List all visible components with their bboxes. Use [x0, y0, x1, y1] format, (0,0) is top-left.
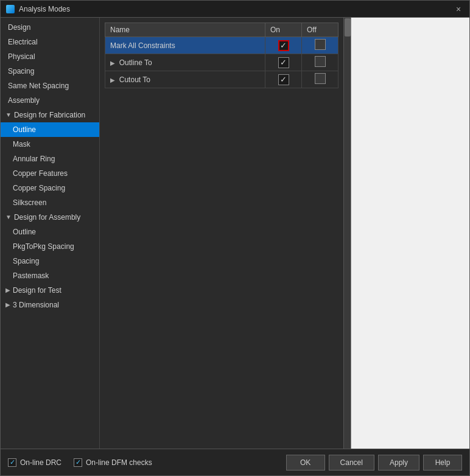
table-container: Name On Off Mark All Constraints✓▶ Outli… — [100, 18, 343, 449]
off-checkbox[interactable] — [315, 39, 326, 50]
sidebar-item-outline2[interactable]: Outline — [1, 225, 99, 239]
online-dfm-checkbox[interactable]: ✓ — [74, 458, 82, 467]
sidebar-item-spacing2[interactable]: Spacing — [1, 254, 99, 268]
sidebar-group-3dimensional[interactable]: ▶3 Dimensional — [1, 298, 99, 312]
table-row: ▶ Outline To✓ — [105, 54, 338, 71]
row-name-cell: Mark All Constraints — [105, 37, 265, 54]
close-button[interactable]: × — [452, 3, 465, 15]
col-header-off: Off — [302, 23, 338, 37]
row-on-cell: ✓ — [265, 54, 302, 71]
content-area: Name On Off Mark All Constraints✓▶ Outli… — [100, 18, 343, 449]
sidebar-item-copper-spacing[interactable]: Copper Spacing — [1, 181, 99, 195]
analysis-table: Name On Off Mark All Constraints✓▶ Outli… — [105, 23, 338, 88]
sidebar-group-design-for-test[interactable]: ▶Design for Test — [1, 283, 99, 298]
sidebar-group-label: Design for Test — [13, 285, 61, 296]
sidebar-item-silkscreen[interactable]: Silkscreen — [1, 195, 99, 210]
sidebar-group-design-for-assembly[interactable]: ▼Design for Assembly — [1, 210, 99, 225]
on-checkbox[interactable]: ✓ — [278, 57, 289, 68]
row-off-cell — [302, 37, 338, 54]
sidebar-item-annular-ring[interactable]: Annular Ring — [1, 152, 99, 166]
col-header-on: On — [265, 23, 302, 37]
row-on-cell: ✓ — [265, 71, 302, 88]
sidebar-item-copper-features[interactable]: Copper Features — [1, 166, 99, 181]
sidebar-group-design-for-fabrication[interactable]: ▼Design for Fabrication — [1, 108, 99, 122]
online-drc-group: ✓ On-line DRC — [8, 458, 61, 467]
help-button[interactable]: Help — [423, 455, 462, 471]
sidebar-item-mask[interactable]: Mask — [1, 137, 99, 152]
sidebar-item-assembly[interactable]: Assembly — [1, 93, 99, 108]
off-checkbox[interactable] — [315, 56, 326, 67]
online-drc-checkbox[interactable]: ✓ — [8, 458, 16, 467]
row-off-cell — [302, 71, 338, 88]
sidebar-item-pastemask[interactable]: Pastemask — [1, 268, 99, 283]
online-drc-label: On-line DRC — [20, 458, 61, 467]
online-dfm-group: ✓ On-line DFM checks — [74, 458, 152, 467]
row-name-cell: ▶ Cutout To — [105, 71, 265, 88]
cancel-button[interactable]: Cancel — [329, 455, 374, 471]
row-name: Outline To — [119, 58, 152, 67]
collapse-arrow-icon: ▶ — [5, 299, 10, 310]
sidebar-item-design[interactable]: Design — [1, 20, 99, 35]
sidebar-item-same-net-spacing[interactable]: Same Net Spacing — [1, 79, 99, 93]
row-off-cell — [302, 54, 338, 71]
row-name: Mark All Constraints — [110, 41, 175, 50]
online-dfm-label: On-line DFM checks — [86, 458, 152, 467]
row-name-cell: ▶ Outline To — [105, 54, 265, 71]
sidebar-item-physical[interactable]: Physical — [1, 49, 99, 64]
row-name: Cutout To — [119, 75, 150, 84]
ok-button[interactable]: OK — [286, 455, 325, 471]
table-row: Mark All Constraints✓ — [105, 37, 338, 54]
sidebar-item-spacing[interactable]: Spacing — [1, 64, 99, 79]
col-header-name: Name — [105, 23, 265, 37]
collapse-arrow-icon: ▼ — [5, 110, 12, 121]
sidebar-group-label: Design for Fabrication — [14, 110, 85, 121]
sidebar: DesignElectricalPhysicalSpacingSame Net … — [1, 18, 100, 449]
row-expand-arrow-icon[interactable]: ▶ — [110, 77, 117, 83]
collapse-arrow-icon: ▼ — [5, 212, 12, 223]
sidebar-item-outline[interactable]: Outline — [1, 122, 99, 137]
off-checkbox[interactable] — [315, 73, 326, 84]
scrollbar[interactable] — [343, 18, 351, 449]
title-bar: Analysis Modes × — [1, 1, 469, 18]
apply-button[interactable]: Apply — [378, 455, 419, 471]
sidebar-item-pkgtopkg-spacing[interactable]: PkgToPkg Spacing — [1, 239, 99, 254]
sidebar-group-label: 3 Dimensional — [13, 299, 59, 310]
dialog-title: Analysis Modes — [19, 5, 452, 13]
sidebar-item-electrical[interactable]: Electrical — [1, 35, 99, 49]
sidebar-group-label: Design for Assembly — [14, 212, 80, 223]
scrollbar-thumb[interactable] — [345, 18, 351, 37]
on-checkbox[interactable]: ✓ — [278, 40, 289, 51]
bottom-bar: ✓ On-line DRC ✓ On-line DFM checks OKCan… — [1, 449, 469, 475]
row-on-cell: ✓ — [265, 37, 302, 54]
main-content: DesignElectricalPhysicalSpacingSame Net … — [1, 18, 469, 449]
analysis-modes-dialog: Analysis Modes × DesignElectricalPhysica… — [0, 0, 470, 476]
right-panel — [351, 18, 469, 449]
row-expand-arrow-icon[interactable]: ▶ — [110, 60, 117, 66]
app-icon — [5, 4, 15, 14]
on-checkbox[interactable]: ✓ — [278, 74, 289, 85]
table-row: ▶ Cutout To✓ — [105, 71, 338, 88]
collapse-arrow-icon: ▶ — [5, 285, 10, 296]
